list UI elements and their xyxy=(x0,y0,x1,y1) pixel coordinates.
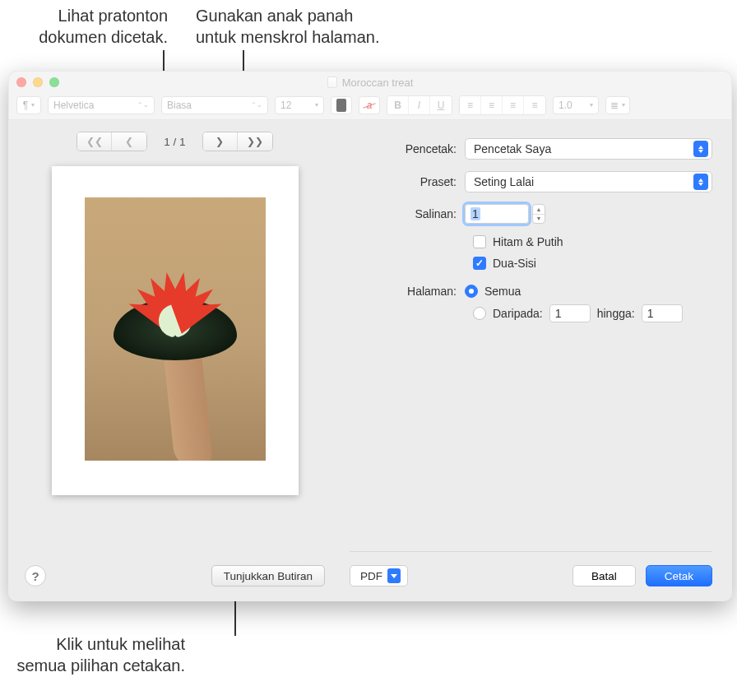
preview-column: ❮❮ ❮ 1 / 1 ❯ ❯❯ xyxy=(8,120,341,601)
help-button[interactable]: ? xyxy=(25,565,46,586)
pages-all-radio[interactable] xyxy=(465,285,478,298)
stepper-up-icon: ▲ xyxy=(533,205,545,215)
print-options-column: Pencetak: Pencetak Saya Praset: Seting L… xyxy=(341,120,732,601)
page-preview xyxy=(52,166,299,495)
copies-row: Salinan: 1 ▲ ▼ xyxy=(350,204,712,224)
list-style-button[interactable]: ≣ ▾ xyxy=(605,96,630,114)
line-spacing-value: 1.0 xyxy=(559,100,572,111)
document-title-text: Moroccan treat xyxy=(342,76,414,89)
preview-footer: ? Tunjukkan Butiran xyxy=(25,565,325,586)
strikethrough-a-icon: a xyxy=(364,99,374,112)
printer-label: Pencetak: xyxy=(350,142,465,155)
to-value: 1 xyxy=(647,307,654,320)
pages-range-radio[interactable] xyxy=(473,307,486,320)
align-center-button[interactable]: ≡ xyxy=(481,96,503,114)
show-details-button[interactable]: Tunjukkan Butiran xyxy=(211,565,325,586)
text-toolbar: ¶ ▾ Helvetica ⌃⌄ Biasa ⌃⌄ 12 ▾ a B I U ≡… xyxy=(8,94,732,120)
font-style-value: Biasa xyxy=(167,100,192,111)
copies-stepper[interactable]: ▲ ▼ xyxy=(532,204,545,224)
font-size-value: 12 xyxy=(280,100,291,111)
from-input[interactable]: 1 xyxy=(549,304,591,322)
select-chevrons-icon xyxy=(693,141,708,157)
paragraph-style-button[interactable]: ¶ ▾ xyxy=(16,96,41,114)
page-next-group: ❯ ❯❯ xyxy=(202,132,273,151)
stepper-down-icon: ▼ xyxy=(533,215,545,224)
align-right-button[interactable]: ≡ xyxy=(503,96,524,114)
titlebar: Moroccan treat xyxy=(8,71,732,94)
font-size-select[interactable]: 12 ▾ xyxy=(275,96,324,114)
align-justify-button[interactable]: ≡ xyxy=(524,96,545,114)
pages-all-option: Semua xyxy=(465,285,521,298)
callout-preview-text: Lihat pratonton dokumen dicetak. xyxy=(39,7,168,46)
photo-watermelon xyxy=(97,262,253,360)
underline-button[interactable]: U xyxy=(430,96,452,114)
from-value: 1 xyxy=(555,307,562,320)
document-title: Moroccan treat xyxy=(8,76,732,89)
preset-select[interactable]: Seting Lalai xyxy=(465,171,712,192)
text-style-group: B I U xyxy=(387,95,452,115)
callout-details-text: Klik untuk melihat semua pilihan cetakan… xyxy=(16,635,185,675)
chevron-down-icon xyxy=(387,568,401,583)
page-next-button[interactable]: ❯ xyxy=(203,132,238,151)
page-indicator: 1 / 1 xyxy=(164,136,185,148)
italic-button[interactable]: I xyxy=(409,96,430,114)
chevron-updown-icon: ⌃⌄ xyxy=(251,101,262,109)
from-label: Daripada: xyxy=(493,307,543,320)
chevron-down-icon: ▾ xyxy=(315,101,318,109)
font-style-select[interactable]: Biasa ⌃⌄ xyxy=(161,96,268,114)
pdf-menu-button[interactable]: PDF xyxy=(350,565,408,586)
chevron-down-icon: ▾ xyxy=(31,101,35,109)
copies-label: Salinan: xyxy=(350,207,465,220)
page-last-button[interactable]: ❯❯ xyxy=(238,132,272,151)
bold-button[interactable]: B xyxy=(387,96,409,114)
preset-row: Praset: Seting Lalai xyxy=(350,171,712,192)
color-swatch xyxy=(336,99,346,112)
chevron-down-icon: ▾ xyxy=(622,101,625,109)
printer-row: Pencetak: Pencetak Saya xyxy=(350,138,712,160)
alignment-group: ≡ ≡ ≡ ≡ xyxy=(459,95,546,115)
help-icon: ? xyxy=(31,569,39,583)
duplex-checkbox[interactable] xyxy=(473,257,486,270)
to-label: hingga: xyxy=(597,307,635,320)
page-navigator: ❮❮ ❮ 1 / 1 ❯ ❯❯ xyxy=(76,132,272,151)
callout-preview: Lihat pratonton dokumen dicetak. xyxy=(12,5,168,48)
pages-row-all: Halaman: Semua xyxy=(350,285,712,298)
font-family-select[interactable]: Helvetica ⌃⌄ xyxy=(48,96,155,114)
pages-range-inputs: Daripada: 1 hingga: 1 xyxy=(493,304,683,322)
printer-value: Pencetak Saya xyxy=(474,142,551,155)
pdf-label: PDF xyxy=(360,570,382,582)
list-icon: ≣ xyxy=(610,100,619,111)
preset-value: Seting Lalai xyxy=(474,175,534,188)
line-spacing-select[interactable]: 1.0 ▾ xyxy=(553,96,599,114)
preset-label: Praset: xyxy=(350,175,465,188)
callout-arrows: Gunakan anak panah untuk menskrol halama… xyxy=(196,5,410,48)
bw-row: Hitam & Putih xyxy=(473,235,712,248)
print-label: Cetak xyxy=(665,570,693,582)
copies-stepper-wrap: 1 ▲ ▼ xyxy=(465,204,545,224)
bw-checkbox[interactable] xyxy=(473,235,486,248)
chevron-down-icon: ▾ xyxy=(590,101,593,109)
print-button[interactable]: Cetak xyxy=(646,565,712,586)
to-input[interactable]: 1 xyxy=(642,304,683,322)
duplex-label: Dua-Sisi xyxy=(493,257,536,270)
copies-input[interactable]: 1 xyxy=(465,204,529,224)
highlight-color-button[interactable]: a xyxy=(359,96,380,114)
page-prev-button[interactable]: ❮ xyxy=(112,132,146,151)
pages-all-label: Semua xyxy=(484,285,521,298)
page-prev-group: ❮❮ ❮ xyxy=(76,132,147,151)
cancel-button[interactable]: Batal xyxy=(572,565,636,586)
chevron-updown-icon: ⌃⌄ xyxy=(137,101,149,109)
page-first-button[interactable]: ❮❮ xyxy=(77,132,112,151)
text-color-button[interactable] xyxy=(331,96,352,114)
pages-range-row: Daripada: 1 hingga: 1 xyxy=(473,304,712,322)
sheet-footer: PDF Batal Cetak xyxy=(350,551,712,586)
pages-label: Halaman: xyxy=(350,285,465,298)
bw-label: Hitam & Putih xyxy=(493,235,563,248)
font-family-value: Helvetica xyxy=(53,100,94,111)
preview-photo xyxy=(85,197,266,461)
show-details-label: Tunjukkan Butiran xyxy=(224,570,313,582)
printer-select[interactable]: Pencetak Saya xyxy=(465,138,712,160)
callout-arrows-text: Gunakan anak panah untuk menskrol halama… xyxy=(196,7,379,46)
align-left-button[interactable]: ≡ xyxy=(460,96,481,114)
print-sheet: ❮❮ ❮ 1 / 1 ❯ ❯❯ xyxy=(8,120,732,601)
